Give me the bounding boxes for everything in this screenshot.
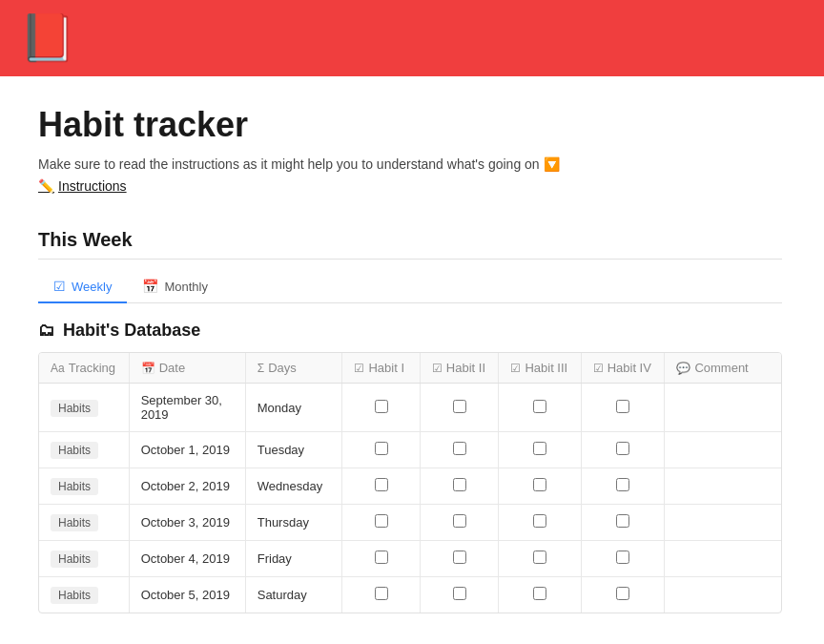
col-header-habit2: ☑Habit II [420,353,499,384]
cell-habit1-4[interactable] [342,541,420,577]
cell-habit2-3[interactable] [420,505,499,541]
weekly-tab-label: Weekly [72,280,112,294]
cell-habit3-3[interactable] [499,505,581,541]
cell-habit1-2[interactable] [342,468,420,505]
table-row: Habits October 4, 2019 Friday [39,541,781,577]
cell-habit3-5[interactable] [499,577,581,613]
cell-habit2-1[interactable] [420,432,499,468]
habit1-checkbox-2[interactable] [375,478,388,491]
cell-date-3: October 3, 2019 [129,505,245,541]
habit4-checkbox-4[interactable] [616,551,629,564]
cell-comment-1 [665,432,781,468]
cell-habit4-2[interactable] [581,468,665,505]
top-bar: 📕 [0,0,824,76]
tracking-tag-5: Habits [51,587,98,604]
table-header-row: AaTracking 📅Date ΣDays ☑Habit I ☑Habit I… [39,353,781,384]
cell-day-3: Thursday [245,505,342,541]
habit4-checkbox-1[interactable] [616,442,629,455]
cell-habit1-3[interactable] [342,505,420,541]
cell-date-2: October 2, 2019 [129,468,245,505]
col-header-date: 📅Date [129,353,245,384]
habit3-checkbox-0[interactable] [533,400,546,413]
col-header-habit1: ☑Habit I [342,353,420,384]
cell-tracking-4: Habits [39,541,129,577]
habit4-checkbox-3[interactable] [616,514,629,528]
col-header-days: ΣDays [245,353,342,384]
cell-tracking-5: Habits [39,577,129,613]
habit1-checkbox-1[interactable] [375,442,388,455]
habit1-checkbox-4[interactable] [375,551,388,564]
cell-tracking-1: Habits [39,432,129,468]
habit1-checkbox-5[interactable] [375,587,388,600]
instructions-link[interactable]: ✏️ Instructions [38,178,127,194]
habit4-checkbox-0[interactable] [616,400,629,413]
cell-tracking-3: Habits [39,505,129,541]
monthly-tab-icon: 📅 [142,279,158,294]
cell-habit2-0[interactable] [420,384,499,432]
habit4-col-icon: ☑ [593,362,604,375]
cell-day-5: Saturday [245,577,342,613]
habit4-checkbox-2[interactable] [616,478,629,491]
habit4-checkbox-5[interactable] [616,587,629,600]
habit2-checkbox-4[interactable] [453,551,466,564]
cell-comment-3 [665,505,781,541]
tab-weekly[interactable]: ☑ Weekly [38,271,127,303]
habit3-checkbox-2[interactable] [533,478,546,491]
cell-habit3-1[interactable] [499,432,581,468]
database-title: 🗂 Habit's Database [38,321,782,341]
table-row: Habits September 30, 2019 Monday [39,384,781,432]
habit2-col-icon: ☑ [432,362,443,375]
database-title-text: Habit's Database [63,321,200,341]
cell-habit3-4[interactable] [499,541,581,577]
monthly-tab-label: Monthly [164,280,208,294]
habit1-checkbox-3[interactable] [375,514,388,528]
description-text: Make sure to read the instructions as it… [38,156,782,172]
tracking-tag-4: Habits [51,551,98,568]
cell-habit2-2[interactable] [420,468,499,505]
col-header-habit3: ☑Habit III [499,353,581,384]
cell-habit2-5[interactable] [420,577,499,613]
habit2-checkbox-5[interactable] [453,587,466,600]
col-header-tracking: AaTracking [39,353,129,384]
table-row: Habits October 5, 2019 Saturday [39,577,781,613]
cell-tracking-0: Habits [39,384,129,432]
habit3-checkbox-3[interactable] [533,514,546,528]
tab-monthly[interactable]: 📅 Monthly [127,271,223,303]
days-col-icon: Σ [258,362,264,375]
tracking-tag-2: Habits [51,478,98,495]
cell-habit4-5[interactable] [581,577,665,613]
habit2-checkbox-3[interactable] [453,514,466,528]
cell-day-0: Monday [245,384,342,432]
table-row: Habits October 1, 2019 Tuesday [39,432,781,468]
cell-habit4-3[interactable] [581,505,665,541]
habit3-checkbox-5[interactable] [533,587,546,600]
cell-comment-0 [665,384,781,432]
col-header-comment: 💬Comment [665,353,781,384]
page-title: Habit tracker [38,105,782,145]
habit2-checkbox-0[interactable] [453,400,466,413]
weekly-tab-icon: ☑ [53,279,66,294]
cell-habit3-2[interactable] [499,468,581,505]
cell-date-4: October 4, 2019 [129,541,245,577]
tracking-tag-0: Habits [51,400,98,417]
habit3-checkbox-4[interactable] [533,551,546,564]
cell-habit3-0[interactable] [499,384,581,432]
habit1-col-icon: ☑ [354,362,364,375]
cell-comment-5 [665,577,781,613]
cell-habit4-4[interactable] [581,541,665,577]
cell-habit1-1[interactable] [342,432,420,468]
section-divider [38,259,782,260]
habit2-checkbox-2[interactable] [453,478,466,491]
habit3-checkbox-1[interactable] [533,442,546,455]
cell-habit4-1[interactable] [581,432,665,468]
cell-habit1-0[interactable] [342,384,420,432]
cell-habit2-4[interactable] [420,541,499,577]
cell-comment-4 [665,541,781,577]
cell-habit1-5[interactable] [342,577,420,613]
cell-tracking-2: Habits [39,468,129,505]
habit1-checkbox-0[interactable] [375,400,388,413]
cell-habit4-0[interactable] [581,384,665,432]
cell-date-1: October 1, 2019 [129,432,245,468]
habit2-checkbox-1[interactable] [453,442,466,455]
cell-day-2: Wednesday [245,468,342,505]
